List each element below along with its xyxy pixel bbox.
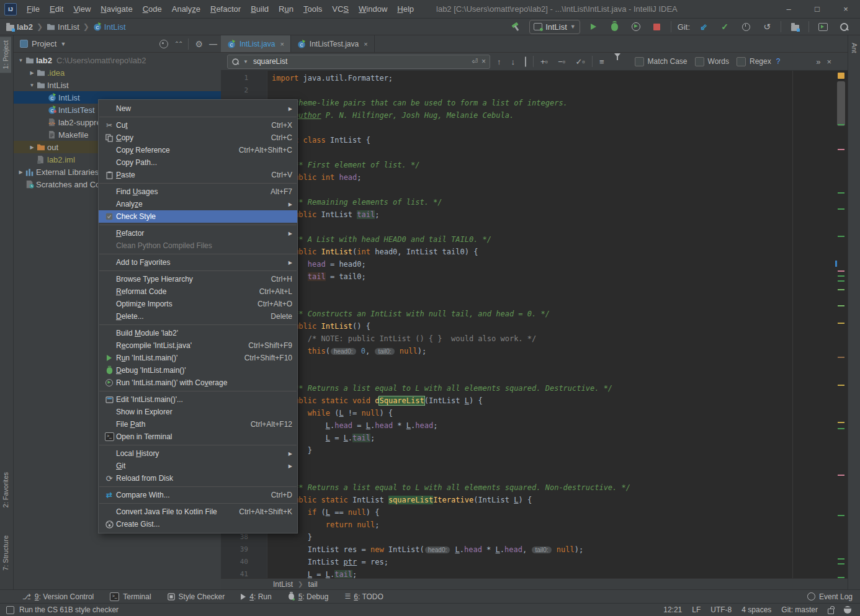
stripe-mark[interactable] (838, 280, 844, 282)
tab-intlisttest-java[interactable]: CIntListTest.java× (291, 35, 375, 52)
line-separator[interactable]: LF (692, 605, 701, 614)
context-menu-item-convert-java-file-to-kotlin-file[interactable]: Convert Java File to Kotlin FileCtrl+Alt… (99, 506, 297, 518)
menu-navigate[interactable]: Navigate (96, 0, 137, 19)
remove-occurrence-icon[interactable]: −▫ (555, 56, 568, 68)
stripe-mark[interactable] (838, 236, 844, 237)
regex-help-icon[interactable]: ? (776, 57, 781, 66)
editor-breadcrumb-item-intlist[interactable]: IntList (273, 580, 293, 589)
context-menu-item-copy[interactable]: CopyCtrl+C (99, 132, 297, 144)
menu-tools[interactable]: Tools (298, 0, 327, 19)
next-occurrence-icon[interactable]: ↓ (508, 56, 519, 68)
context-menu-item-show-in-explorer[interactable]: Show in Explorer (99, 406, 297, 418)
menu-window[interactable]: Window (354, 0, 392, 19)
context-menu-item-copy-reference[interactable]: Copy ReferenceCtrl+Alt+Shift+C (99, 144, 297, 156)
menu-run[interactable]: Run (274, 0, 298, 19)
tree-expand-arrow[interactable]: ▼ (29, 83, 35, 88)
stripe-mark[interactable] (838, 149, 844, 150)
tree-expand-arrow[interactable]: ▶ (29, 70, 35, 76)
close-tab-icon[interactable]: × (280, 40, 284, 48)
context-menu-item-add-to-favorites[interactable]: Add to Favorites▶ (99, 256, 297, 269)
tree-expand-arrow[interactable]: ▼ (17, 58, 24, 63)
close-tab-icon[interactable]: × (364, 40, 367, 48)
search-results-list-icon[interactable]: ≡ (596, 56, 607, 68)
tool-window-button-terminal[interactable]: >_Terminal (110, 592, 151, 601)
menu-view[interactable]: View (68, 0, 96, 19)
open-in-find-window-icon[interactable] (522, 56, 529, 68)
build-hammer-icon[interactable] (508, 20, 523, 33)
select-all-occurrences-icon[interactable]: ✓▫ (572, 56, 588, 68)
hector-inspector-icon[interactable] (844, 606, 851, 614)
context-menu-item-compare-with[interactable]: ⇄Compare With...Ctrl+D (99, 489, 297, 501)
context-menu-item-optimize-imports[interactable]: Optimize ImportsCtrl+Alt+O (99, 298, 297, 310)
stripe-mark[interactable] (838, 305, 844, 306)
line-number[interactable]: 40 (221, 556, 267, 568)
collapse-all-icon[interactable]: ⌃⌃ (174, 40, 182, 47)
stripe-mark[interactable] (838, 208, 844, 210)
run-configuration-select[interactable]: IntList ▼ (529, 20, 580, 34)
tool-window-button-5-debug[interactable]: 5: Debug (288, 592, 329, 601)
close-find-bar-icon[interactable]: × (826, 57, 831, 66)
context-menu-item-new[interactable]: New▶ (99, 102, 297, 115)
search-field[interactable]: ▼ ⏎ × (227, 55, 490, 69)
tool-window-button-4-run[interactable]: 4: Run (241, 592, 271, 601)
git-update-button[interactable]: ⇙ (696, 20, 711, 33)
stripe-mark[interactable] (838, 385, 844, 386)
menu-vcs[interactable]: VCS (327, 0, 354, 19)
stripe-mark[interactable] (838, 275, 844, 277)
project-structure-button[interactable] (787, 20, 802, 33)
gear-icon[interactable]: ⚙ (195, 39, 203, 49)
tool-button-ant[interactable]: Ant (849, 38, 860, 58)
context-menu-item-refactor[interactable]: Refactor▶ (99, 227, 297, 239)
stripe-mark[interactable] (838, 558, 844, 560)
git-branch[interactable]: Git: master (781, 605, 818, 614)
indent-style[interactable]: 4 spaces (741, 605, 771, 614)
maximize-button[interactable]: □ (803, 0, 831, 18)
context-menu-item-edit-intlist-main[interactable]: Edit 'IntList.main()'... (99, 393, 297, 406)
clear-search-icon[interactable]: × (482, 57, 486, 66)
run-anything-button[interactable] (815, 20, 830, 33)
history-clock-button[interactable] (738, 20, 753, 33)
tree-item-idea[interactable]: ▶.idea (14, 66, 221, 79)
checkbox-icon[interactable] (737, 57, 746, 66)
caret-position[interactable]: 12:21 (663, 605, 682, 614)
tool-window-button-event-log[interactable]: Event Log (807, 592, 853, 601)
context-menu-item-reformat-code[interactable]: Reformat CodeCtrl+Alt+L (99, 285, 297, 298)
code-editor[interactable]: 1import java.util.Formatter;23/** Scheme… (221, 71, 848, 578)
context-menu-item-build-module-lab2[interactable]: Build Module 'lab2' (99, 327, 297, 339)
context-menu-item-clean-python-compiled-files[interactable]: Clean Python Compiled Files (99, 239, 297, 252)
context-menu-item-debug-intlist-main[interactable]: Debug 'IntList.main()' (99, 364, 297, 377)
stripe-mark[interactable] (835, 261, 837, 267)
minimize-button[interactable]: – (774, 0, 803, 18)
context-menu-item-local-history[interactable]: Local History▶ (99, 447, 297, 460)
hide-panel-icon[interactable]: — (209, 39, 217, 48)
close-button[interactable]: × (831, 0, 860, 18)
tool-window-button-6-todo[interactable]: ☰6: TODO (344, 592, 383, 601)
stripe-mark[interactable] (838, 270, 844, 272)
scrollbar-thumb[interactable] (837, 81, 845, 126)
context-menu-item-file-path[interactable]: File PathCtrl+Alt+F12 (99, 418, 297, 431)
option-regex[interactable]: Regex? (737, 57, 780, 66)
stripe-mark[interactable] (838, 323, 844, 324)
stop-button[interactable] (650, 20, 665, 33)
newline-icon[interactable]: ⏎ (472, 57, 478, 66)
context-menu-item-cut[interactable]: ✂CutCtrl+X (99, 119, 297, 132)
checkbox-icon[interactable] (695, 57, 704, 66)
locate-file-icon[interactable] (159, 40, 168, 48)
context-menu-item-run-intlist-main[interactable]: Run 'IntList.main()'Ctrl+Shift+F10 (99, 352, 297, 364)
git-commit-button[interactable]: ✓ (717, 20, 732, 33)
context-menu-item-reload-from-disk[interactable]: ⟳Reload from Disk (99, 472, 297, 484)
inspection-indicator[interactable] (838, 73, 844, 79)
stripe-mark[interactable] (838, 192, 844, 194)
context-menu-item-git[interactable]: Git▶ (99, 460, 297, 472)
tree-item-intlist[interactable]: ▼IntList (14, 79, 221, 91)
context-menu-item-analyze[interactable]: Analyze▶ (99, 198, 297, 210)
breadcrumb-item-lab2-0[interactable]: lab2 (6, 22, 33, 32)
debug-button[interactable] (607, 20, 622, 33)
coverage-button[interactable] (629, 20, 643, 33)
breadcrumb-item-intlist-1[interactable]: IntList (47, 22, 79, 32)
stripe-mark[interactable] (838, 475, 844, 476)
checkbox-icon[interactable] (635, 57, 644, 66)
stripe-mark[interactable] (838, 289, 844, 290)
line-number[interactable]: 39 (221, 543, 267, 556)
tool-button-project[interactable]: 1: Project (0, 37, 11, 73)
